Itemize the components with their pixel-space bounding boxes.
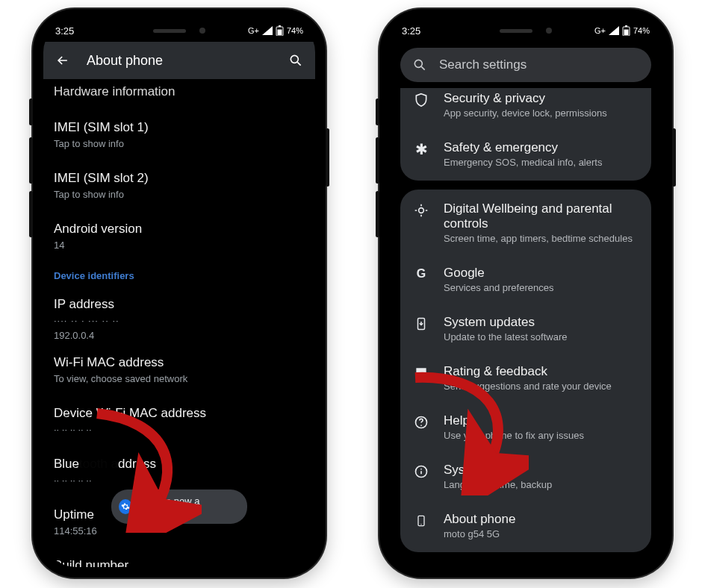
search-settings[interactable]: Search settings [400, 48, 651, 82]
svg-rect-5 [624, 30, 628, 36]
battery-icon [276, 25, 284, 36]
info-icon [411, 464, 432, 479]
item-subtitle: Screen time, app timers, bedtime schedul… [444, 233, 641, 245]
search-placeholder: Search settings [439, 57, 526, 72]
shield-icon [411, 93, 432, 107]
item-title: Device Wi-Fi MAC address [54, 405, 305, 422]
status-network-label: G+ [594, 26, 606, 35]
item-subtitle-masked: ·· ·· ·· ·· ·· [54, 423, 305, 437]
system-update-icon [411, 316, 432, 331]
phone-mockup-left: 3:25 G+ 74% About phone Hardware informa… [33, 9, 326, 578]
svg-point-8 [419, 208, 424, 213]
section-header: Device identifiers [54, 270, 305, 281]
item-title: Hardware information [54, 84, 305, 100]
item-subtitle: Emergency SOS, medical info, alerts [444, 157, 602, 169]
svg-point-3 [291, 55, 298, 63]
item-title: IP address [54, 296, 305, 313]
phone-notch [117, 19, 242, 42]
item-title: Wi-Fi MAC address [54, 354, 305, 371]
list-item[interactable]: IP address ···· ·· · ··· ·· ·· 192.0.0.4 [54, 287, 305, 345]
svg-point-11 [420, 425, 422, 426]
help-icon [411, 415, 432, 430]
settings-card: Security & privacy App security, device … [400, 88, 651, 181]
gear-icon [119, 499, 132, 514]
phone-mockup-right: 3:25 G+ 74% Search settings Security & p… [379, 9, 672, 578]
item-subtitle: 14 [54, 239, 305, 252]
status-time: 3:25 [55, 25, 74, 37]
item-title: Google [444, 266, 553, 281]
signal-icon [262, 26, 273, 35]
svg-point-15 [420, 524, 421, 525]
item-title: Rating & feedback [444, 364, 612, 379]
item-subtitle: Languages, time, backup [444, 479, 552, 491]
settings-item-about-phone[interactable]: About phone moto g54 5G [400, 501, 651, 551]
item-subtitle: Tap to show info [54, 137, 305, 151]
settings-item-system[interactable]: System Languages, time, backup [400, 452, 651, 501]
item-subtitle: Tap to show info [54, 188, 305, 201]
item-title: Safety & emergency [444, 140, 602, 155]
toast-developer: You are now a developer! [111, 490, 247, 524]
phone-icon [411, 513, 432, 528]
page-title: About phone [87, 53, 272, 69]
settings-item-feedback[interactable]: Rating & feedback Send suggestions and r… [400, 354, 651, 403]
item-title: Bluetooth address [54, 456, 305, 472]
item-subtitle: App security, device lock, permissions [444, 107, 607, 119]
status-battery-text: 74% [287, 26, 303, 35]
settings-item-security[interactable]: Security & privacy App security, device … [400, 88, 651, 130]
list-item[interactable]: Hardware information [54, 79, 305, 110]
item-title: About phone [444, 512, 515, 527]
phone-screen: 3:25 G+ 74% About phone Hardware informa… [43, 19, 315, 567]
item-subtitle: To view, choose saved network [54, 372, 305, 386]
list-item[interactable]: Build number U1TD [54, 548, 305, 567]
list-item[interactable]: IMEI (SIM slot 2) Tap to show info [54, 161, 305, 212]
item-title: System [444, 463, 552, 478]
item-title: Build number [54, 557, 305, 567]
item-title: Help [444, 413, 584, 428]
item-title: IMEI (SIM slot 2) [54, 170, 305, 187]
settings-item-google[interactable]: G Google Services and preferences [400, 255, 651, 304]
item-subtitle: 114:55:16 [54, 525, 305, 538]
svg-rect-2 [279, 25, 281, 27]
battery-icon [622, 25, 630, 36]
svg-rect-6 [625, 25, 627, 27]
svg-rect-1 [277, 30, 282, 36]
asterisk-icon: ✱ [411, 142, 432, 157]
item-subtitle: moto g54 5G [444, 528, 515, 540]
feedback-icon [411, 366, 432, 381]
app-bar: About phone [43, 42, 315, 79]
settings-item-wellbeing[interactable]: Digital Wellbeing and parental controls … [400, 191, 651, 255]
item-subtitle: 192.0.0.4 [54, 329, 305, 343]
settings-item-help[interactable]: Help Use your phone to fix any issues [400, 403, 651, 452]
item-subtitle-masked: ·· ·· ·· ·· ·· [54, 474, 305, 487]
signal-icon [609, 26, 619, 35]
item-title: Digital Wellbeing and parental controls [444, 201, 641, 231]
phone-screen: 3:25 G+ 74% Search settings Security & p… [390, 19, 662, 567]
item-title: IMEI (SIM slot 1) [54, 119, 305, 136]
settings-card: Digital Wellbeing and parental controls … [400, 190, 651, 552]
item-title: System updates [444, 315, 567, 330]
item-subtitle: Services and preferences [444, 282, 553, 294]
list-item[interactable]: Device Wi-Fi MAC address ·· ·· ·· ·· ·· [54, 396, 305, 447]
item-subtitle-masked: ···· ·· · ··· ·· ·· [54, 314, 305, 328]
search-icon[interactable] [287, 51, 305, 69]
item-title: Android version [54, 221, 305, 237]
toast-text: You are now a developer! [138, 495, 235, 518]
settings-item-safety[interactable]: ✱ Safety & emergency Emergency SOS, medi… [400, 130, 651, 179]
google-icon: G [411, 267, 432, 281]
list-item[interactable]: IMEI (SIM slot 1) Tap to show info [54, 110, 305, 161]
item-subtitle: Use your phone to fix any issues [444, 430, 584, 442]
svg-point-13 [420, 469, 422, 470]
status-network-label: G+ [248, 26, 259, 35]
back-icon[interactable] [54, 51, 72, 69]
svg-point-7 [414, 60, 422, 67]
status-time: 3:25 [402, 25, 420, 37]
item-title: Security & privacy [444, 91, 607, 106]
item-subtitle: Update to the latest software [444, 331, 567, 343]
wellbeing-icon [411, 203, 432, 218]
item-subtitle: Send suggestions and rate your device [444, 381, 612, 392]
status-battery-text: 74% [633, 26, 650, 35]
list-item[interactable]: Wi-Fi MAC address To view, choose saved … [54, 345, 305, 396]
settings-item-updates[interactable]: System updates Update to the latest soft… [400, 304, 651, 354]
search-icon [412, 57, 427, 72]
list-item[interactable]: Android version 14 [54, 212, 305, 263]
